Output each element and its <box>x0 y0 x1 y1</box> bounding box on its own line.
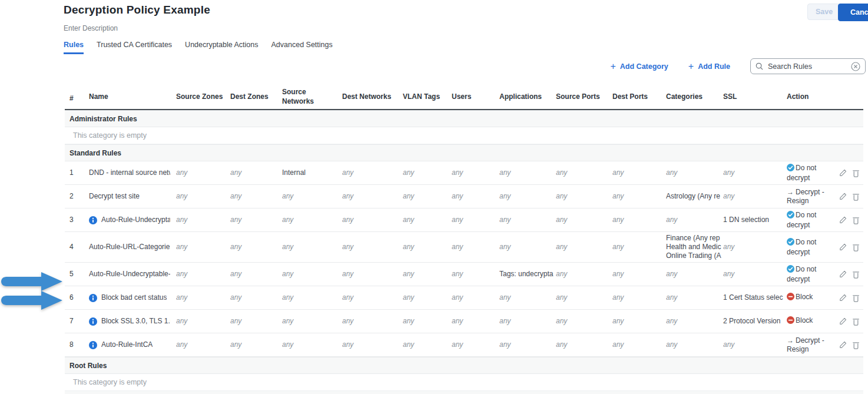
rule-action-cell: Block <box>787 316 839 326</box>
rule-name: Auto-Rule-URL-Categories <box>89 243 170 251</box>
edit-rule-icon[interactable] <box>839 294 847 302</box>
rule-number: 5 <box>65 270 89 279</box>
cell-dest-networks: any <box>342 317 403 326</box>
category-header-standard-rules: Standard Rules <box>65 144 863 161</box>
rule-name-cell: Auto-Rule-IntCA <box>89 340 176 349</box>
rule-name-cell: Auto-Rule-Undecryptable- <box>89 270 176 279</box>
add-rule-label: Add Rule <box>698 62 730 71</box>
tab-trusted-ca-certificates[interactable]: Trusted CA Certificates <box>97 41 172 54</box>
edit-rule-icon[interactable] <box>839 341 847 349</box>
add-category-label: Add Category <box>620 62 668 71</box>
info-icon[interactable] <box>89 341 97 349</box>
rule-name: Auto-Rule-Undecryptab <box>101 216 170 224</box>
cell-ssl: any <box>723 270 787 279</box>
delete-rule-icon[interactable] <box>852 193 860 201</box>
cell-dest-ports: any <box>612 270 666 279</box>
row-action-icons <box>839 341 863 349</box>
cell-users: any <box>452 340 499 349</box>
do-not-decrypt-icon <box>787 265 794 275</box>
cell-source-networks: any <box>282 192 342 201</box>
cell-users: any <box>452 192 499 201</box>
search-rules-box[interactable] <box>750 58 866 74</box>
column-header-dest-ports: Dest Ports <box>612 92 666 102</box>
delete-rule-icon[interactable] <box>852 341 860 349</box>
column-header--: # <box>65 94 89 109</box>
cell-source-zones: any <box>176 243 230 251</box>
cell-dest-zones: any <box>230 168 282 177</box>
edit-rule-icon[interactable] <box>839 193 847 200</box>
rule-action-cell: Do not decrypt <box>787 265 839 284</box>
delete-rule-icon[interactable] <box>852 317 860 326</box>
info-icon[interactable] <box>89 317 97 326</box>
rule-row-1[interactable]: 1DND - internal source netwanyanyInterna… <box>65 161 863 185</box>
do-not-decrypt-icon <box>787 211 794 221</box>
rule-name: Auto-Rule-IntCA <box>101 340 153 349</box>
block-icon <box>787 316 794 326</box>
add-category-button[interactable]: + Add Category <box>611 62 668 71</box>
row-action-icons <box>839 317 863 326</box>
tab-advanced-settings[interactable]: Advanced Settings <box>271 41 333 54</box>
cell-source-zones: any <box>176 192 230 201</box>
cancel-button[interactable]: Cancel <box>838 4 868 21</box>
edit-rule-icon[interactable] <box>839 216 847 224</box>
category-header-administrator-rules: Administrator Rules <box>65 110 863 127</box>
cell-ssl: any <box>723 243 787 251</box>
rule-row-5[interactable]: 5Auto-Rule-Undecryptable-anyanyanyanyany… <box>65 263 863 286</box>
save-button[interactable]: Save <box>807 4 841 20</box>
decrypt-resign-arrow-icon: → <box>787 188 794 196</box>
edit-rule-icon[interactable] <box>839 270 847 278</box>
column-header-name: Name <box>89 92 176 102</box>
page-title: Decryption Policy Example <box>64 4 210 16</box>
search-input[interactable] <box>767 62 847 71</box>
cell-source-networks: any <box>282 293 342 302</box>
cell-users: any <box>452 216 499 224</box>
edit-rule-icon[interactable] <box>839 317 847 325</box>
rule-name-cell: Auto-Rule-Undecryptab <box>89 216 176 224</box>
clear-search-icon[interactable] <box>851 62 860 71</box>
delete-rule-icon[interactable] <box>852 243 860 251</box>
add-rule-button[interactable]: + Add Rule <box>688 62 730 71</box>
cell-dest-networks: any <box>342 216 403 224</box>
delete-rule-icon[interactable] <box>852 294 860 302</box>
delete-rule-icon[interactable] <box>852 270 860 279</box>
cell-ssl: any <box>723 340 787 349</box>
description-field[interactable]: Enter Description <box>64 24 118 32</box>
search-icon <box>756 62 763 70</box>
delete-rule-icon[interactable] <box>852 216 860 224</box>
cell-source-zones: any <box>176 293 230 302</box>
table-body: Administrator RulesThis category is empt… <box>65 110 863 391</box>
edit-rule-icon[interactable] <box>839 169 847 177</box>
rule-row-2[interactable]: 2Decrypt test siteanyanyanyanyanyanyanya… <box>65 185 863 208</box>
cell-source-ports: any <box>556 270 612 279</box>
rule-row-4[interactable]: 4Auto-Rule-URL-Categoriesanyanyanyanyany… <box>65 232 863 263</box>
column-header-source-ports: Source Ports <box>556 92 612 102</box>
rule-row-6[interactable]: 6Block bad cert statusanyanyanyanyanyany… <box>65 286 863 310</box>
tab-rules[interactable]: Rules <box>64 41 84 54</box>
rule-row-3[interactable]: 3Auto-Rule-Undecryptabanyanyanyanyanyany… <box>65 208 863 232</box>
rule-row-7[interactable]: 7Block SSL 3.0, TLS 1.0anyanyanyanyanyan… <box>65 310 863 333</box>
cell-applications: Tags: undecrypta <box>499 270 556 279</box>
cell-vlan-tags: any <box>403 168 452 177</box>
rule-row-8[interactable]: 8Auto-Rule-IntCAanyanyanyanyanyanyanyany… <box>65 333 863 357</box>
rule-action-cell: Do not decrypt <box>787 164 839 183</box>
cell-dest-ports: any <box>612 168 666 177</box>
info-icon[interactable] <box>89 216 97 224</box>
cell-categories: any <box>666 270 723 279</box>
rule-action-cell: →Decrypt - Resign <box>787 188 839 206</box>
edit-rule-icon[interactable] <box>839 243 847 251</box>
cell-applications: any <box>499 317 556 326</box>
tab-undecryptable-actions[interactable]: Undecryptable Actions <box>185 41 258 54</box>
cell-categories: any <box>666 340 723 349</box>
cell-dest-ports: any <box>612 317 666 326</box>
cell-source-zones: any <box>176 270 230 279</box>
row-action-icons <box>839 216 863 224</box>
cell-ssl: any <box>723 168 787 177</box>
column-header-action: Action <box>787 92 839 102</box>
cell-dest-ports: any <box>612 216 666 224</box>
info-icon[interactable] <box>89 294 97 302</box>
cell-source-ports: any <box>556 192 612 201</box>
cell-dest-ports: any <box>612 340 666 349</box>
delete-rule-icon[interactable] <box>852 169 860 177</box>
empty-category-message: This category is empty <box>65 374 863 391</box>
cell-ssl: 2 Protocol Version <box>723 317 787 326</box>
